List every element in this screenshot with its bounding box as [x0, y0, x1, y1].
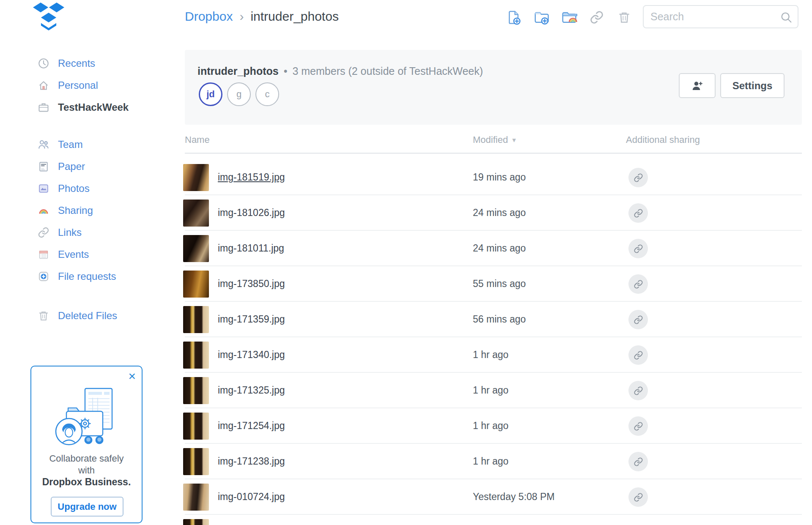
- sidebar-item-file-requests[interactable]: File requests: [37, 265, 116, 287]
- table-row: img-171359.jpg 56 mins ago: [185, 302, 802, 337]
- sidebar-item-label: Paper: [58, 161, 85, 172]
- folder-title: intruder_photos: [198, 65, 279, 77]
- settings-button[interactable]: Settings: [720, 73, 785, 98]
- share-link-button[interactable]: [628, 168, 648, 187]
- file-name-link[interactable]: img-171238.jpg: [218, 456, 285, 467]
- file-request-icon: [37, 270, 50, 283]
- table-row: img-181011.jpg 24 mins ago: [185, 231, 802, 266]
- file-name-link[interactable]: img-010724.jpg: [218, 491, 285, 503]
- rainbow-icon: [37, 204, 50, 217]
- file-thumbnail[interactable]: [183, 200, 209, 227]
- link-icon[interactable]: [588, 8, 605, 26]
- file-thumbnail[interactable]: [183, 342, 209, 369]
- dropbox-logo[interactable]: [33, 3, 64, 30]
- sidebar-nav-bottom: Deleted Files: [37, 305, 117, 327]
- breadcrumb-root-link[interactable]: Dropbox: [185, 9, 233, 24]
- upgrade-now-button[interactable]: Upgrade now: [51, 497, 123, 517]
- table-row: img-181026.jpg 24 mins ago: [185, 195, 802, 231]
- dropbox-app: Recents Personal TestHackWeek: [0, 0, 812, 525]
- search-input[interactable]: [650, 6, 777, 27]
- table-row: img-010724.jpg Yesterday 5:08 PM: [185, 479, 802, 515]
- upgrade-promo-card: ×: [30, 366, 143, 523]
- action-toolbar: [506, 8, 633, 26]
- sidebar-item-personal[interactable]: Personal: [37, 74, 129, 96]
- search-icon[interactable]: [780, 11, 793, 24]
- avatar[interactable]: jd: [199, 82, 222, 106]
- add-member-button[interactable]: [679, 73, 716, 98]
- column-header-modified-label: Modified: [473, 134, 508, 145]
- file-thumbnail[interactable]: [183, 377, 209, 404]
- promo-line-3: Dropbox Business.: [31, 476, 142, 488]
- sidebar-item-events[interactable]: Events: [37, 243, 116, 265]
- trash-icon[interactable]: [616, 8, 633, 26]
- file-modified: 1 hr ago: [473, 420, 508, 432]
- file-modified: Yesterday 5:08 PM: [473, 491, 555, 503]
- sidebar-item-label: Links: [58, 227, 82, 238]
- sidebar-item-photos[interactable]: Photos: [37, 178, 116, 200]
- folder-actions: Settings: [679, 73, 785, 98]
- sidebar-item-label: TestHackWeek: [58, 101, 129, 113]
- file-thumbnail[interactable]: [183, 164, 209, 191]
- file-modified: 1 hr ago: [473, 385, 508, 396]
- folder-info-panel: intruder_photos • 3 members (2 outside o…: [185, 50, 802, 125]
- avatar[interactable]: c: [255, 82, 279, 106]
- file-thumbnail[interactable]: [183, 235, 209, 262]
- promo-line-1: Collaborate safely: [31, 453, 142, 465]
- column-header-name[interactable]: Name: [185, 134, 210, 145]
- file-modified: 24 mins ago: [473, 243, 526, 254]
- file-name-link[interactable]: img-173850.jpg: [218, 278, 285, 290]
- file-name-link[interactable]: img-171254.jpg: [218, 420, 285, 432]
- file-name-link[interactable]: img-171340.jpg: [218, 349, 285, 361]
- sidebar-item-label: Personal: [58, 79, 98, 91]
- promo-text: Collaborate safely with Dropbox Business…: [31, 453, 142, 488]
- bullet-separator: •: [284, 65, 288, 77]
- share-link-button[interactable]: [628, 203, 648, 223]
- file-name-link[interactable]: img-181519.jpg: [218, 172, 285, 183]
- new-folder-icon[interactable]: [533, 8, 550, 26]
- sidebar-item-links[interactable]: Links: [37, 221, 116, 243]
- file-modified: 56 mins ago: [473, 314, 526, 325]
- sidebar-item-team[interactable]: Team: [37, 134, 116, 156]
- person-add-icon: [691, 79, 704, 92]
- share-link-button[interactable]: [628, 345, 648, 365]
- file-thumbnail[interactable]: [183, 271, 209, 298]
- file-thumbnail[interactable]: [183, 448, 209, 475]
- table-row: img-173850.jpg 55 mins ago: [185, 266, 802, 302]
- sidebar-item-deleted-files[interactable]: Deleted Files: [37, 305, 117, 327]
- shared-folder-icon[interactable]: [561, 8, 578, 26]
- share-link-button[interactable]: [628, 274, 648, 294]
- share-link-button[interactable]: [628, 310, 648, 329]
- promo-line-2: with: [31, 465, 142, 476]
- members-meta: 3 members (2 outside of TestHackWeek): [292, 65, 483, 77]
- file-table: Name Modified ▾ Additional sharing img-1…: [185, 127, 802, 525]
- file-name-link[interactable]: img-171359.jpg: [218, 314, 285, 325]
- sidebar-item-sharing[interactable]: Sharing: [37, 200, 116, 221]
- table-row-partial: [185, 515, 802, 525]
- file-modified: 19 mins ago: [473, 172, 526, 183]
- table-row: img-171254.jpg 1 hr ago: [185, 408, 802, 444]
- column-header-modified[interactable]: Modified ▾: [473, 134, 516, 145]
- column-header-additional-sharing: Additional sharing: [626, 134, 700, 145]
- clock-icon: [37, 57, 50, 70]
- calendar-icon: [37, 248, 50, 261]
- table-row: img-171325.jpg 1 hr ago: [185, 373, 802, 408]
- share-link-button[interactable]: [628, 239, 648, 258]
- share-link-button[interactable]: [628, 487, 648, 507]
- share-link-button[interactable]: [628, 452, 648, 471]
- sidebar-item-recents[interactable]: Recents: [37, 52, 129, 74]
- close-icon[interactable]: ×: [128, 370, 136, 383]
- file-name-link[interactable]: img-181011.jpg: [218, 243, 284, 254]
- sidebar-item-label: Deleted Files: [58, 310, 117, 322]
- file-thumbnail[interactable]: [183, 484, 209, 511]
- share-link-button[interactable]: [628, 381, 648, 400]
- file-name-link[interactable]: img-181026.jpg: [218, 207, 285, 219]
- file-thumbnail[interactable]: [183, 519, 209, 525]
- file-thumbnail[interactable]: [183, 413, 209, 440]
- file-name-link[interactable]: img-171325.jpg: [218, 385, 285, 396]
- sidebar-item-paper[interactable]: Paper: [37, 156, 116, 178]
- share-link-button[interactable]: [628, 416, 648, 436]
- avatar[interactable]: g: [227, 82, 251, 106]
- new-file-icon[interactable]: [506, 8, 523, 26]
- file-thumbnail[interactable]: [183, 306, 209, 333]
- sidebar-item-testhackweek[interactable]: TestHackWeek: [37, 96, 129, 118]
